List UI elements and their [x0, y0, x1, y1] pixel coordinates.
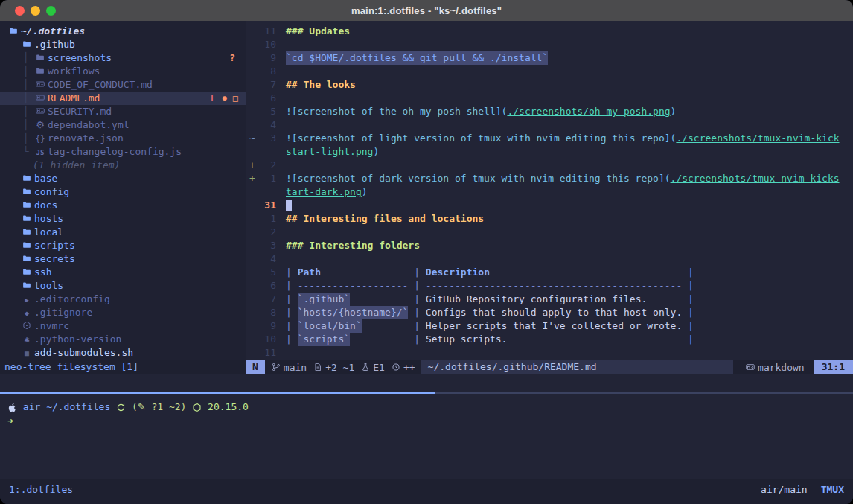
shell-pane[interactable]: air ~/.dotfiles (✎ ?1 ~2) 20.15.0 ➜ [0, 374, 853, 479]
text-segment: ## The looks [286, 78, 356, 92]
diagnostics-count: E1 [373, 362, 385, 373]
diagnostics-segment[interactable]: E1 [361, 362, 385, 373]
gutter-sign [246, 239, 261, 252]
error-marker: E [211, 92, 217, 105]
text-segment: | [682, 306, 694, 319]
git-changes-segment[interactable]: +2 ~1 [313, 362, 354, 373]
tree-item-secrets[interactable]: secrets [0, 252, 246, 266]
editor-line[interactable]: 4 [246, 252, 853, 266]
line-number: 4 [261, 252, 276, 266]
tree-item-hosts[interactable]: hosts [0, 212, 246, 226]
tree-item-README.md[interactable]: │README.mdE●□ [0, 92, 246, 105]
gutter-sign [246, 118, 261, 132]
tree-item-scripts[interactable]: scripts [0, 239, 246, 252]
tree-item-dependabot.yml[interactable]: │⚙dependabot.yml [0, 118, 246, 132]
editor-line[interactable]: 8 [246, 65, 853, 78]
editor-line[interactable]: 11### Updates [246, 25, 853, 38]
tree-item-docs[interactable]: docs [0, 199, 246, 212]
unsaved-marker: □ [233, 92, 238, 105]
editor-line[interactable]: 1## Interesting files and locations [246, 212, 853, 226]
gutter-sign: + [246, 172, 261, 185]
tree-item-.editorconfig[interactable]: ▶.editorconfig [0, 293, 246, 306]
editor-line[interactable]: 7| `.github` | GitHub Repository configu… [246, 293, 853, 306]
editor-line[interactable]: 10| `scripts` | Setup scripts. | [246, 333, 853, 346]
tree-guide: └ [19, 145, 33, 159]
tree-item-base[interactable]: base [0, 172, 246, 185]
editor-line[interactable]: 10 [246, 38, 853, 51]
close-button[interactable] [15, 6, 25, 16]
mode-indicator: N [246, 360, 265, 374]
tree-item-workflows[interactable]: │workflows [0, 65, 246, 78]
shell-input-line[interactable]: ➜ [7, 415, 13, 428]
neo-tree-statusline: neo-tree filesystem [1] [0, 360, 246, 374]
pencil-icon: ✎ [138, 401, 146, 414]
minimize-button[interactable] [31, 6, 40, 16]
square-icon: ■ [19, 346, 34, 360]
flask-icon [361, 363, 370, 371]
tree-item-.nvmrc[interactable]: .nvmrc [0, 319, 246, 333]
tree-item-tools[interactable]: tools [0, 279, 246, 293]
editor-line[interactable]: tart-dark.png) [246, 185, 853, 199]
editor-line[interactable]: 5| Path | Description | [246, 266, 853, 279]
editor-line[interactable]: 2 [246, 226, 853, 239]
pending-segment[interactable]: ++ [392, 362, 415, 373]
text-segment: ./screenshots/tmux-nvim-kicks [671, 172, 840, 185]
tree-item-config[interactable]: config [0, 185, 246, 199]
tmux-pane-border[interactable] [0, 392, 853, 394]
editor-pane[interactable]: 11### Updates109`cd $HOME/.dotfiles && g… [246, 21, 853, 360]
tree-item-.python-version[interactable]: ✱.python-version [0, 333, 246, 346]
tree-item-CODE-OF-CONDUCT.md[interactable]: │CODE_OF_CONDUCT.md [0, 78, 246, 92]
tree-item-local[interactable]: local [0, 226, 246, 239]
editor-line[interactable]: 5![screenshot of the oh-my-posh shell](.… [246, 105, 853, 118]
editor-line[interactable]: 4 [246, 118, 853, 132]
editor-line[interactable]: 6 [246, 92, 853, 105]
text-segment [507, 333, 682, 346]
text-segment: Configs that should apply to that host o… [426, 306, 682, 319]
git-branch-icon [272, 363, 281, 371]
text-segment: | [408, 333, 425, 346]
line-number: 11 [261, 346, 276, 360]
tree-item-.gitignore[interactable]: ◆.gitignore [0, 306, 246, 319]
editor-line[interactable]: 9| `local/bin` | Helper scripts that I'v… [246, 319, 853, 333]
editor-line[interactable]: start-light.png) [246, 145, 853, 159]
tree-item--.dotfiles[interactable]: ~/.dotfiles [0, 25, 246, 38]
gutter-sign [246, 346, 261, 360]
tree-item-screenshots[interactable]: │screenshots? [0, 51, 246, 65]
gutter-sign [246, 65, 261, 78]
window-title: main:1:.dotfiles - "ks~/.dotfiles" [0, 5, 853, 16]
text-segment: Path [298, 266, 321, 279]
git-branch-segment[interactable]: main [272, 362, 307, 373]
editor-line[interactable]: 9`cd $HOME/.dotfiles && git pull && ./in… [246, 51, 853, 65]
tree-item-add-submodules.sh[interactable]: ■add-submodules.sh [0, 346, 246, 360]
tree-item-ssh[interactable]: ssh [0, 266, 246, 279]
tree-item-tag-changelog-config.js[interactable]: └JStag-changelog-config.js [0, 145, 246, 159]
editor-line[interactable]: 3### Interesting folders [246, 239, 853, 252]
tree-item-label: hosts [34, 212, 63, 226]
editor-line[interactable]: 7## The looks [246, 78, 853, 92]
gutter-sign [246, 319, 261, 333]
text-segment [350, 333, 408, 346]
tree-item-renovate.json[interactable]: │{}renovate.json [0, 132, 246, 145]
star-icon: ✱ [19, 333, 34, 346]
editor-line[interactable]: 6| ------------------- | ---------------… [246, 279, 853, 293]
tree-guide: │ [19, 65, 33, 78]
line-number: 10 [261, 38, 276, 51]
tmux-window-name[interactable]: 1:.dotfiles [9, 484, 73, 495]
folder-icon [19, 239, 34, 252]
editor-line[interactable]: +2 [246, 159, 853, 172]
editor-line[interactable]: 31 [246, 199, 853, 212]
tree-item-SECURITY.md[interactable]: │SECURITY.md [0, 105, 246, 118]
editor-line[interactable]: ~3![screenshot of light version of tmux … [246, 132, 853, 145]
tree-item--1-hidden-item-[interactable]: (1 hidden item) [0, 159, 246, 172]
editor-line[interactable]: 11 [246, 346, 853, 360]
folder-icon [19, 266, 34, 279]
node-icon [192, 403, 202, 412]
zoom-button[interactable] [46, 6, 56, 16]
text-segment: tart-dark.png [286, 185, 362, 199]
gutter-sign [246, 51, 261, 65]
tree-item-.github[interactable]: .github [0, 38, 246, 51]
editor-line[interactable]: 8| `hosts/{hostname}/` | Configs that sh… [246, 306, 853, 319]
text-segment: | [682, 293, 694, 306]
file-path[interactable]: ~/.dotfiles/.github/README.md [421, 360, 733, 374]
editor-line[interactable]: +1![screenshot of dark version of tmux w… [246, 172, 853, 185]
